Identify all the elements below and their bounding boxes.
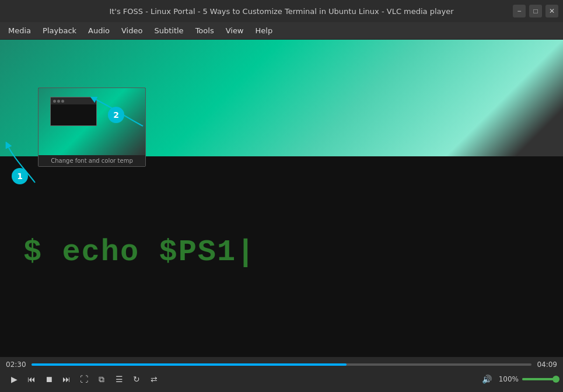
menu-playback[interactable]: Playback [37, 24, 82, 37]
close-button[interactable]: ✕ [545, 5, 558, 18]
menu-bar: Media Playback Audio Video Subtitle Tool… [0, 22, 563, 40]
volume-knob [552, 376, 559, 383]
time-total: 04:09 [536, 360, 557, 369]
annotation-2: 2 [108, 107, 124, 123]
progress-fill [32, 363, 347, 366]
maximize-button[interactable]: □ [529, 5, 542, 18]
menu-help[interactable]: Help [250, 24, 279, 37]
thumbnail-caption: Change font and color temp [39, 155, 145, 166]
play-button[interactable]: ▶ [6, 372, 22, 386]
thumbnail-image [39, 88, 146, 155]
window-title: It's FOSS - Linux Portal - 5 Ways to Cus… [109, 7, 453, 16]
video-area[interactable]: $ echo $PS1| Change font and color temp … [0, 40, 563, 357]
volume-percentage: 100% [499, 375, 519, 383]
next-button[interactable]: ⏭ [58, 372, 75, 386]
stop-button[interactable]: ⏹ [41, 372, 57, 386]
thumbnail-inner-header [51, 97, 96, 104]
volume-track[interactable] [522, 378, 557, 380]
volume-area: 🔊 100% [479, 372, 557, 386]
annotation-circle-2: 2 [108, 107, 124, 123]
volume-fill [522, 378, 557, 380]
thumb-dot [57, 100, 60, 103]
window-controls: − □ ✕ [513, 5, 558, 18]
playlist-button[interactable]: ☰ [111, 372, 127, 386]
menu-subtitle[interactable]: Subtitle [148, 24, 189, 37]
fullscreen-button[interactable]: ⛶ [76, 372, 92, 386]
prev-button[interactable]: ⏮ [23, 372, 40, 386]
random-button[interactable]: ⇄ [146, 372, 162, 386]
annotation-circle-1: 1 [12, 168, 28, 184]
volume-button[interactable]: 🔊 [479, 372, 495, 386]
menu-audio[interactable]: Audio [82, 24, 116, 37]
thumb-dot [61, 100, 64, 103]
thumb-dot [53, 100, 56, 103]
title-bar: It's FOSS - Linux Portal - 5 Ways to Cus… [0, 0, 563, 22]
menu-view[interactable]: View [220, 24, 250, 37]
time-elapsed: 02:30 [6, 360, 27, 369]
thumbnail-popup: Change font and color temp [38, 88, 146, 167]
menu-video[interactable]: Video [116, 24, 148, 37]
thumbnail-inner [50, 97, 97, 126]
toggle-button[interactable]: ⧉ [93, 372, 110, 386]
terminal-text: $ echo $PS1| [23, 235, 256, 270]
annotation-1: 1 [12, 168, 28, 184]
buttons-row: ▶ ⏮ ⏹ ⏭ ⛶ ⧉ ☰ ↻ ⇄ 🔊 100% [6, 372, 557, 386]
minimize-button[interactable]: − [513, 5, 526, 18]
loop-button[interactable]: ↻ [128, 372, 145, 386]
progress-track[interactable] [32, 363, 531, 366]
menu-media[interactable]: Media [2, 24, 37, 37]
menu-tools[interactable]: Tools [190, 24, 220, 37]
controls-bar: 02:30 04:09 ▶ ⏮ ⏹ ⏭ ⛶ ⧉ ☰ ↻ ⇄ 🔊 100% [0, 357, 563, 392]
progress-row: 02:30 04:09 [6, 360, 557, 369]
